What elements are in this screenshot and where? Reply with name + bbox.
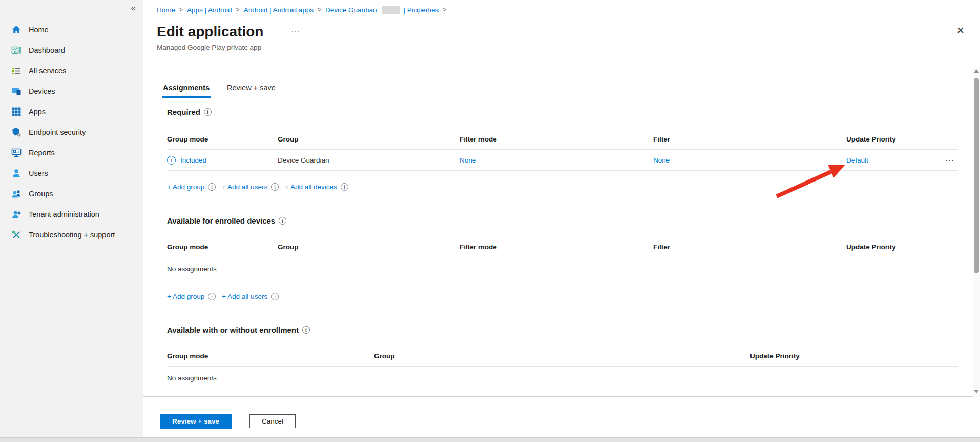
info-icon[interactable]: i xyxy=(204,108,212,116)
sidebar-item-reports[interactable]: Reports xyxy=(0,143,143,163)
section-title-without-enrollment: Available with or without enrollment i xyxy=(167,325,958,335)
sidebar-item-devices[interactable]: Devices xyxy=(0,81,143,102)
sidebar-item-label: Tenant administration xyxy=(29,210,99,218)
sidebar-item-label: Devices xyxy=(29,87,55,95)
info-icon[interactable]: i xyxy=(208,183,216,191)
table-row: + Included Device Guardian None None Def… xyxy=(167,150,958,171)
chevron-right-icon: > xyxy=(179,6,183,13)
scroll-up-arrow-icon[interactable] xyxy=(974,69,979,73)
enrolled-table: Group mode Group Filter mode Filter Upda… xyxy=(167,237,958,280)
home-icon xyxy=(11,25,22,35)
shield-gear-icon xyxy=(11,127,22,137)
sidebar-item-home[interactable]: Home xyxy=(0,19,143,40)
person-gear-icon xyxy=(11,209,22,219)
sidebar-item-label: Reports xyxy=(29,149,55,157)
sidebar-item-all-services[interactable]: All services xyxy=(0,61,143,81)
circle-plus-icon: + xyxy=(167,156,176,165)
sidebar-item-troubleshooting-support[interactable]: Troubleshooting + support xyxy=(0,225,143,245)
sidebar-item-tenant-administration[interactable]: Tenant administration xyxy=(0,204,143,225)
cancel-button[interactable]: Cancel xyxy=(249,414,296,428)
sidebar-nav: Home Dashboard xyxy=(0,19,143,245)
page-title: Edit application xyxy=(157,24,263,40)
sidebar-item-dashboard[interactable]: Dashboard xyxy=(0,40,143,61)
col-group-mode: Group mode xyxy=(167,243,278,251)
sidebar-item-label: Dashboard xyxy=(29,46,65,54)
filter-mode-link[interactable]: None xyxy=(460,156,653,164)
tab-bar: Assignments Review + save xyxy=(162,84,277,98)
sidebar-item-label: Apps xyxy=(29,108,46,116)
add-all-users-link[interactable]: + Add all users xyxy=(222,183,267,191)
chevron-right-icon: > xyxy=(318,6,321,13)
update-priority-link[interactable]: Default xyxy=(846,156,929,164)
info-icon[interactable]: i xyxy=(271,293,279,300)
info-icon[interactable]: i xyxy=(208,293,216,300)
sidebar-item-groups[interactable]: Groups xyxy=(0,184,143,204)
sidebar-collapse-icon[interactable]: « xyxy=(131,3,136,13)
dashboard-icon xyxy=(11,45,22,55)
tab-review-save[interactable]: Review + save xyxy=(226,84,277,98)
table-header-row: Group mode Group Update Priority xyxy=(167,346,958,367)
sidebar-item-label: Troubleshooting + support xyxy=(29,231,115,239)
vertical-scrollbar[interactable] xyxy=(973,67,980,397)
title-context-menu-icon[interactable]: ··· xyxy=(291,27,300,35)
footer-bar: Review + save Cancel xyxy=(143,396,980,437)
user-icon xyxy=(11,168,22,178)
chevron-right-icon: > xyxy=(236,6,240,13)
included-cell[interactable]: + Included xyxy=(167,156,278,165)
redacted-text-block xyxy=(382,6,400,14)
no-assignments-row: No assignments xyxy=(167,257,958,280)
info-icon[interactable]: i xyxy=(302,326,310,334)
add-group-link[interactable]: + Add group xyxy=(167,183,204,191)
apps-icon xyxy=(11,107,22,117)
col-filter: Filter xyxy=(653,135,846,143)
col-filter: Filter xyxy=(653,243,846,251)
col-group-mode: Group mode xyxy=(167,352,374,360)
col-filter-mode: Filter mode xyxy=(460,135,653,143)
required-table: Group mode Group Filter mode Filter Upda… xyxy=(167,129,958,171)
assignments-content: Required i Group mode Group Filter mode … xyxy=(162,107,958,390)
info-icon[interactable]: i xyxy=(341,183,348,191)
sidebar-item-label: All services xyxy=(29,67,66,75)
group-icon xyxy=(11,189,22,199)
scroll-down-arrow-icon[interactable] xyxy=(974,390,979,393)
col-update-priority: Update Priority xyxy=(846,243,929,251)
add-group-link[interactable]: + Add group xyxy=(167,293,204,300)
col-group: Group xyxy=(278,243,460,251)
main-panel: Home > Apps | Android > Android | Androi… xyxy=(143,0,980,442)
section-title-required: Required i xyxy=(167,107,958,117)
sidebar-item-label: Groups xyxy=(29,190,53,198)
col-update-priority: Update Priority xyxy=(750,352,958,360)
col-group: Group xyxy=(374,352,750,360)
breadcrumb: Home > Apps | Android > Android | Androi… xyxy=(157,6,450,14)
group-mode-value: Included xyxy=(180,156,206,164)
section-title-enrolled: Available for enrolled devices i xyxy=(167,215,958,226)
tab-assignments[interactable]: Assignments xyxy=(162,84,211,98)
table-header-row: Group mode Group Filter mode Filter Upda… xyxy=(167,129,958,150)
reports-icon xyxy=(11,148,22,158)
review-save-button[interactable]: Review + save xyxy=(160,414,232,429)
sidebar-item-label: Endpoint security xyxy=(29,128,86,136)
section-title-text: Available with or without enrollment xyxy=(167,326,299,334)
sidebar-item-apps[interactable]: Apps xyxy=(0,102,143,122)
sidebar-item-endpoint-security[interactable]: Endpoint security xyxy=(0,122,143,143)
close-icon[interactable]: ✕ xyxy=(956,26,965,35)
add-all-devices-link[interactable]: + Add all devices xyxy=(285,183,337,191)
scrollbar-thumb[interactable] xyxy=(974,78,979,273)
info-icon[interactable]: i xyxy=(279,217,286,225)
chevron-right-icon: > xyxy=(443,6,446,13)
troubleshoot-tools-icon xyxy=(11,230,22,240)
section-title-text: Required xyxy=(167,108,200,116)
devices-icon xyxy=(11,86,22,96)
breadcrumb-home[interactable]: Home xyxy=(157,6,175,14)
filter-link[interactable]: None xyxy=(653,156,846,164)
col-update-priority: Update Priority xyxy=(846,135,929,143)
breadcrumb-app-properties[interactable]: Device Guardian| Properties xyxy=(325,6,439,14)
breadcrumb-apps-android[interactable]: Apps | Android xyxy=(187,6,232,14)
page-subtitle: Managed Google Play private app xyxy=(157,44,261,51)
add-all-users-link[interactable]: + Add all users xyxy=(222,293,267,300)
row-context-menu-icon[interactable]: ••• xyxy=(929,158,958,163)
breadcrumb-android-apps[interactable]: Android | Android apps xyxy=(244,6,314,14)
info-icon[interactable]: i xyxy=(271,183,279,191)
all-services-icon xyxy=(11,66,22,76)
sidebar-item-users[interactable]: Users xyxy=(0,163,143,184)
